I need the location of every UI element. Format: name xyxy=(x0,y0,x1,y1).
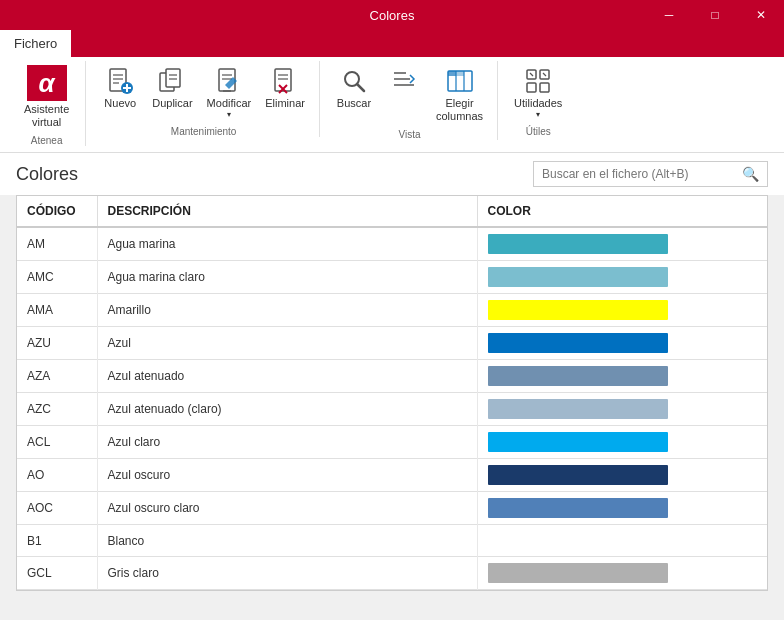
utilidades-button[interactable]: Utilidades ▾ xyxy=(508,61,568,124)
ribbon-group-mantenimiento: Nuevo Duplicar Modificar ▾ xyxy=(88,61,320,137)
utiles-buttons: Utilidades ▾ xyxy=(508,61,568,124)
search-input[interactable] xyxy=(534,163,734,185)
table-row[interactable]: AZAAzul atenuado xyxy=(17,360,767,393)
svg-line-21 xyxy=(357,84,364,91)
modificar-arrow: ▾ xyxy=(227,110,231,120)
search-input-wrap: 🔍 xyxy=(533,161,768,187)
maximize-button[interactable]: □ xyxy=(692,0,738,30)
ribbon-content: α Asistentevirtual Atenea Nuevo xyxy=(0,57,784,152)
table-row[interactable]: AMAAmarillo xyxy=(17,294,767,327)
cell-color xyxy=(477,393,767,426)
nuevo-label: Nuevo xyxy=(104,97,136,110)
svg-rect-32 xyxy=(527,83,536,92)
elegir-columnas-button[interactable]: Elegircolumnas xyxy=(430,61,489,127)
mantenimiento-buttons: Nuevo Duplicar Modificar ▾ xyxy=(96,61,311,124)
eliminar-icon xyxy=(269,65,301,97)
cell-descripcion: Blanco xyxy=(97,525,477,557)
cell-descripcion: Gris claro xyxy=(97,557,477,590)
close-button[interactable]: ✕ xyxy=(738,0,784,30)
svg-line-35 xyxy=(543,73,546,76)
cell-descripcion: Azul xyxy=(97,327,477,360)
duplicar-label: Duplicar xyxy=(152,97,192,110)
svg-rect-28 xyxy=(448,71,456,76)
cell-descripcion: Azul atenuado xyxy=(97,360,477,393)
utilidades-arrow: ▾ xyxy=(536,110,540,120)
color-swatch xyxy=(488,366,668,386)
ribbon-tab-bar: Fichero xyxy=(0,30,784,57)
sort-icon xyxy=(388,65,420,97)
ribbon-group-utiles: Utilidades ▾ Útiles xyxy=(500,61,576,137)
table-row[interactable]: AMAgua marina xyxy=(17,227,767,261)
asistente-virtual-button[interactable]: α Asistentevirtual xyxy=(16,61,77,133)
color-swatch xyxy=(488,432,668,452)
cell-descripcion: Azul oscuro claro xyxy=(97,492,477,525)
atenea-buttons: α Asistentevirtual xyxy=(16,61,77,133)
table-row[interactable]: B1Blanco xyxy=(17,525,767,557)
atenea-group-label: Atenea xyxy=(31,135,63,146)
color-swatch xyxy=(488,465,668,485)
buscar-button[interactable]: Buscar xyxy=(330,61,378,114)
cell-color xyxy=(477,360,767,393)
cell-color xyxy=(477,557,767,590)
cell-color xyxy=(477,327,767,360)
color-swatch xyxy=(488,399,668,419)
elegir-columnas-icon xyxy=(444,65,476,97)
cell-codigo: AMC xyxy=(17,261,97,294)
col-header-codigo: CÓDIGO xyxy=(17,196,97,227)
nuevo-button[interactable]: Nuevo xyxy=(96,61,144,114)
modificar-button[interactable]: Modificar ▾ xyxy=(201,61,258,124)
cell-codigo: AO xyxy=(17,459,97,492)
page-title: Colores xyxy=(16,164,78,185)
color-swatch xyxy=(488,563,668,583)
cell-color xyxy=(477,525,767,557)
cell-codigo: AZU xyxy=(17,327,97,360)
duplicar-icon xyxy=(156,65,188,97)
cell-codigo: AM xyxy=(17,227,97,261)
utiles-group-label: Útiles xyxy=(526,126,551,137)
duplicar-button[interactable]: Duplicar xyxy=(146,61,198,114)
sort-button[interactable] xyxy=(380,61,428,101)
table-wrapper[interactable]: CÓDIGO DESCRIPCIÓN COLOR AMAgua marinaAM… xyxy=(17,196,767,590)
table-row[interactable]: AZUAzul xyxy=(17,327,767,360)
svg-rect-8 xyxy=(166,69,180,87)
nuevo-icon xyxy=(104,65,136,97)
modificar-icon xyxy=(213,65,245,97)
table-row[interactable]: GCLGris claro xyxy=(17,557,767,590)
title-bar: Colores ─ □ ✕ xyxy=(0,0,784,30)
search-bar: Colores 🔍 xyxy=(0,153,784,195)
cell-color xyxy=(477,227,767,261)
table-row[interactable]: AMCAgua marina claro xyxy=(17,261,767,294)
color-swatch xyxy=(488,234,668,254)
cell-color xyxy=(477,294,767,327)
table-row[interactable]: AOCAzul oscuro claro xyxy=(17,492,767,525)
svg-line-34 xyxy=(530,73,533,76)
cell-descripcion: Agua marina claro xyxy=(97,261,477,294)
cell-descripcion: Azul oscuro xyxy=(97,459,477,492)
table-row[interactable]: ACLAzul claro xyxy=(17,426,767,459)
color-swatch xyxy=(488,333,668,353)
table-body: AMAgua marinaAMCAgua marina claroAMAAmar… xyxy=(17,227,767,590)
cell-codigo: AMA xyxy=(17,294,97,327)
cell-codigo: AZC xyxy=(17,393,97,426)
col-header-color: COLOR xyxy=(477,196,767,227)
table-row[interactable]: AZCAzul atenuado (claro) xyxy=(17,393,767,426)
cell-color xyxy=(477,426,767,459)
color-swatch xyxy=(488,267,668,287)
search-button[interactable]: 🔍 xyxy=(734,162,767,186)
eliminar-label: Eliminar xyxy=(265,97,305,110)
eliminar-button[interactable]: Eliminar xyxy=(259,61,311,114)
utilidades-icon xyxy=(522,65,554,97)
minimize-button[interactable]: ─ xyxy=(646,0,692,30)
modificar-label: Modificar xyxy=(207,97,252,110)
cell-codigo: GCL xyxy=(17,557,97,590)
vista-buttons: Buscar Elegircolumnas xyxy=(330,61,489,127)
elegir-columnas-label: Elegircolumnas xyxy=(436,97,483,123)
cell-codigo: ACL xyxy=(17,426,97,459)
tab-fichero[interactable]: Fichero xyxy=(0,30,71,57)
colors-table-container: CÓDIGO DESCRIPCIÓN COLOR AMAgua marinaAM… xyxy=(16,195,768,591)
table-row[interactable]: AOAzul oscuro xyxy=(17,459,767,492)
alpha-icon: α xyxy=(27,65,67,101)
window-title: Colores xyxy=(370,8,415,23)
asistente-label: Asistentevirtual xyxy=(24,103,69,129)
cell-color xyxy=(477,492,767,525)
